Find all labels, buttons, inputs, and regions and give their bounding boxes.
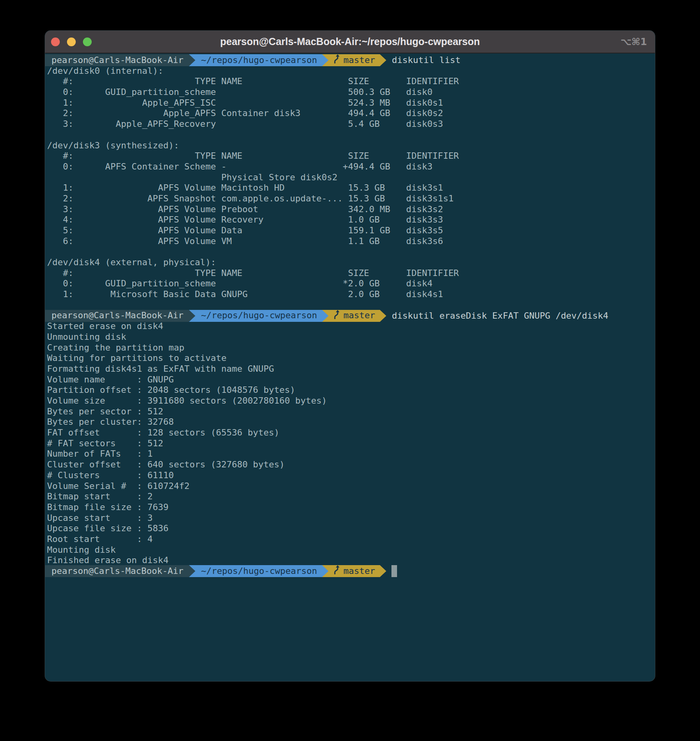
terminal-output-line: Unmounting disk [45,332,655,343]
git-branch-icon [332,54,340,67]
powerline-arrow-icon [322,310,328,322]
git-branch-name: master [344,55,375,66]
terminal-output-line: Bytes per cluster: 32768 [45,417,655,428]
command-text: diskutil eraseDisk ExFAT GNUPG /dev/disk… [392,311,608,321]
git-branch-icon [332,565,340,578]
terminal-output-line: Waiting for partitions to activate [45,353,655,364]
terminal-output-line: 0: GUID_partition_scheme *2.0 GB disk4 [45,278,655,289]
terminal-output-line: 1: Apple_APFS_ISC 524.3 MB disk0s1 [45,98,655,108]
terminal-output-line: #: TYPE NAME SIZE IDENTIFIER [45,151,655,162]
powerline-arrow-icon [322,54,328,66]
prompt-line: pearson@Carls-MacBook-Air~/repos/hugo-cw… [45,55,655,66]
terminal-content[interactable]: pearson@Carls-MacBook-Air~/repos/hugo-cw… [45,53,655,681]
terminal-output-line: Volume size : 3911680 sectors (200278016… [45,396,655,406]
powerline-arrow-icon [189,565,195,577]
terminal-output-line: 6: APFS Volume VM 1.1 GB disk3s6 [45,236,655,247]
terminal-output-line: 3: APFS Volume Preboot 342.0 MB disk3s2 [45,204,655,215]
terminal-output-line: Upcase file size : 5836 [45,523,655,534]
powerline-arrow-icon [380,54,386,66]
powerline-arrow-icon [189,54,195,66]
terminal-output-line: # FAT sectors : 512 [45,438,655,449]
terminal-output-line: Partition offset : 2048 sectors (1048576… [45,385,655,396]
terminal-output-line: Formatting disk4s1 as ExFAT with name GN… [45,364,655,374]
powerline-arrow-icon [380,565,386,577]
terminal-output-line: 2: Apple_APFS Container disk3 494.4 GB d… [45,108,655,119]
terminal-window: pearson@Carls-MacBook-Air:~/repos/hugo-c… [45,31,655,681]
terminal-output-line [45,246,655,257]
prompt-git-segment: master [328,310,380,322]
terminal-output-line: Volume name : GNUPG [45,374,655,385]
terminal-output-line: Root start : 4 [45,534,655,545]
prompt-user-host-segment: pearson@Carls-MacBook-Air [45,565,189,577]
prompt-user-host-segment: pearson@Carls-MacBook-Air [45,54,189,66]
prompt-git-segment: master [328,54,380,66]
terminal-output-line: 5: APFS Volume Data 159.1 GB disk3s5 [45,225,655,236]
terminal-output-line: 0: APFS Container Scheme - +494.4 GB dis… [45,162,655,172]
window-titlebar[interactable]: pearson@Carls-MacBook-Air:~/repos/hugo-c… [45,31,655,53]
git-branch-name: master [344,566,375,577]
prompt-directory-segment: ~/repos/hugo-cwpearson [195,310,322,322]
terminal-output-line: 3: Apple_APFS_Recovery 5.4 GB disk0s3 [45,119,655,130]
git-branch-icon [332,309,340,323]
terminal-output-line: /dev/disk4 (external, physical): [45,257,655,268]
terminal-output-line: 1: Microsoft Basic Data GNUPG 2.0 GB dis… [45,289,655,300]
git-branch-name: master [344,310,375,321]
terminal-output-line: #: TYPE NAME SIZE IDENTIFIER [45,268,655,279]
prompt-line: pearson@Carls-MacBook-Air~/repos/hugo-cw… [45,566,655,577]
terminal-output-line: Volume Serial # : 610724f2 [45,481,655,492]
terminal-output-line: Bytes per sector : 512 [45,406,655,417]
terminal-output-line [45,130,655,140]
terminal-output-line: 4: APFS Volume Recovery 1.0 GB disk3s3 [45,215,655,225]
terminal-output-line: Bitmap file size : 7639 [45,502,655,513]
prompt-git-segment: master [328,565,380,577]
prompt-line: pearson@Carls-MacBook-Air~/repos/hugo-cw… [45,311,655,321]
prompt-directory-segment: ~/repos/hugo-cwpearson [195,565,322,577]
prompt-directory-segment: ~/repos/hugo-cwpearson [195,54,322,66]
terminal-output-line: Upcase start : 3 [45,513,655,524]
terminal-output-line: Finished erase on disk4 [45,555,655,566]
desktop-background: pearson@Carls-MacBook-Air:~/repos/hugo-c… [0,0,700,741]
terminal-output-line: Creating the partition map [45,343,655,353]
terminal-output-line: Number of FATs : 1 [45,449,655,459]
terminal-output-line: Physical Store disk0s2 [45,172,655,183]
terminal-output-line: 2: APFS Snapshot com.apple.os.update-...… [45,193,655,204]
powerline-arrow-icon [189,310,195,322]
terminal-output-line: Started erase on disk4 [45,321,655,332]
terminal-output-line: Cluster offset : 640 sectors (327680 byt… [45,459,655,470]
terminal-output-line: 0: GUID_partition_scheme 500.3 GB disk0 [45,87,655,98]
window-shortcut-badge: ⌥⌘1 [620,36,647,47]
terminal-cursor [391,565,397,577]
command-text: diskutil list [392,55,460,66]
terminal-output-line: #: TYPE NAME SIZE IDENTIFIER [45,76,655,87]
powerline-arrow-icon [380,310,386,322]
terminal-output-line: # Clusters : 61110 [45,470,655,481]
powerline-arrow-icon [322,565,328,577]
terminal-output-line: /dev/disk3 (synthesized): [45,140,655,151]
terminal-output-line: Mounting disk [45,545,655,556]
window-title: pearson@Carls-MacBook-Air:~/repos/hugo-c… [45,36,655,47]
terminal-output-line: /dev/disk0 (internal): [45,66,655,77]
terminal-output-line [45,300,655,311]
terminal-output-line: FAT offset : 128 sectors (65536 bytes) [45,428,655,438]
terminal-output-line: Bitmap start : 2 [45,491,655,502]
terminal-output-line: 1: APFS Volume Macintosh HD 15.3 GB disk… [45,183,655,193]
prompt-user-host-segment: pearson@Carls-MacBook-Air [45,310,189,322]
